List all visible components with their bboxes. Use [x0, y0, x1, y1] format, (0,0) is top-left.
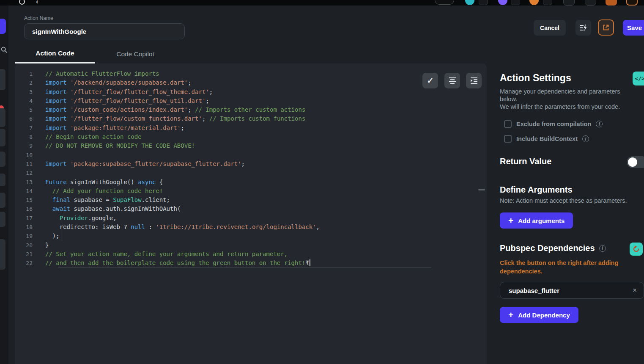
code-text: import '/flutter_flow/flutter_flow_util.…: [45, 97, 209, 105]
plus-icon: +: [508, 310, 513, 319]
code-line[interactable]: 22// and then add the boilerplate code u…: [15, 259, 487, 267]
info-icon[interactable]: i: [599, 245, 606, 252]
code-line[interactable]: 15 final supabase = SupaFlow.client;: [15, 196, 487, 204]
checkbox-exclude-compilation[interactable]: Exclude from compilation i: [504, 120, 603, 128]
format-code-button[interactable]: [575, 20, 591, 36]
apply-code-button[interactable]: ✓: [422, 73, 438, 88]
code-line[interactable]: 17 Provider.google,: [15, 214, 487, 223]
code-line[interactable]: 3import '/flutter_flow/flutter_flow_them…: [15, 88, 487, 97]
cancel-button[interactable]: Cancel: [534, 20, 566, 36]
indent-guide: [62, 187, 62, 241]
code-line[interactable]: 19 );: [15, 232, 487, 240]
sidebar-item[interactable]: [0, 129, 5, 146]
close-icon[interactable]: ×: [633, 286, 637, 295]
code-text: redirectTo: isWeb ? null : '1tribe://1tr…: [45, 223, 320, 232]
line-number: 12: [15, 168, 45, 177]
indent-code-button[interactable]: [466, 73, 482, 88]
view-code-button[interactable]: </>: [633, 72, 644, 85]
code-line[interactable]: 13Future signInWithGoogle() async {: [15, 178, 487, 187]
code-line[interactable]: 1// Automatic FlutterFlow imports: [15, 69, 487, 78]
return-value-toggle[interactable]: [627, 156, 644, 168]
editor-resize-handle[interactable]: [478, 189, 485, 190]
keyboard-button[interactable]: [563, 0, 575, 6]
code-line[interactable]: 5import '/custom_code/actions/index.dart…: [15, 105, 487, 114]
code-editor[interactable]: 1// Automatic FlutterFlow imports2import…: [15, 63, 487, 364]
line-number: 1: [15, 69, 45, 78]
sidebar-item[interactable]: [0, 69, 5, 90]
sidebar-item[interactable]: [0, 193, 5, 208]
add-arguments-label: Add arguments: [518, 217, 565, 224]
tab-code-copilot[interactable]: Code Copilot: [95, 44, 175, 63]
checkbox-box[interactable]: [504, 120, 512, 128]
chat-icon[interactable]: [511, 0, 520, 5]
bell-icon[interactable]: [543, 0, 552, 5]
line-number: 6: [15, 114, 45, 123]
code-line[interactable]: 7import 'package:flutter/material.dart';: [15, 124, 487, 132]
refresh-dependencies-button[interactable]: [630, 243, 643, 256]
return-value-label: Return Value: [500, 157, 551, 166]
code-icon: </>: [635, 75, 644, 82]
checkbox-include-buildcontext[interactable]: Include BuildContext i: [504, 135, 589, 143]
open-external-button[interactable]: [598, 19, 614, 36]
code-line[interactable]: 6import '/flutter_flow/custom_functions.…: [15, 114, 487, 123]
dependency-input[interactable]: supabase_flutter ×: [500, 282, 644, 299]
line-number: 10: [15, 151, 45, 160]
sidebar-item[interactable]: [0, 212, 5, 227]
sidebar-item[interactable]: [0, 152, 5, 167]
tab-action-code[interactable]: Action Code: [15, 44, 95, 63]
plus-icon: +: [508, 216, 513, 225]
panel-button[interactable]: [585, 0, 596, 6]
line-number: 20: [15, 241, 45, 250]
sidebar-item[interactable]: [0, 174, 5, 186]
align-code-button[interactable]: [444, 73, 460, 88]
line-number: 14: [15, 187, 45, 196]
format-icon: [579, 24, 587, 32]
topbar-dropdown[interactable]: [435, 0, 454, 5]
line-number: 7: [15, 124, 45, 132]
code-line[interactable]: 10: [15, 151, 487, 160]
code-line[interactable]: 9// DO NOT REMOVE OR MODIFY THE CODE ABO…: [15, 141, 487, 150]
settings-description-line2: We will infer the parameters from your c…: [500, 103, 628, 110]
code-line[interactable]: 8// Begin custom action code: [15, 132, 487, 141]
layers-icon[interactable]: [479, 0, 488, 5]
code-line[interactable]: 16 await supabase.auth.signInWithOAuth(: [15, 204, 487, 213]
code-line[interactable]: 2import '/backend/supabase/supabase.dart…: [15, 78, 487, 87]
back-icon[interactable]: ‹: [36, 0, 38, 6]
avatar-purple[interactable]: [498, 0, 507, 5]
sidebar-item-active[interactable]: [0, 19, 6, 34]
sidebar-item[interactable]: [0, 239, 5, 270]
code-line[interactable]: 12: [15, 168, 487, 177]
add-dependency-label: Add Dependency: [518, 312, 570, 319]
action-name-input[interactable]: signInWithGoogle: [24, 23, 185, 39]
avatar-teal[interactable]: [465, 0, 474, 5]
settings-description: Manage your dependencies and parameters …: [500, 88, 628, 110]
toggle-knob: [628, 157, 637, 167]
code-text: // Set your action name, define your arg…: [45, 250, 288, 259]
code-line[interactable]: 18 redirectTo: isWeb ? null : '1tribe://…: [15, 223, 487, 232]
code-line[interactable]: 21// Set your action name, define your a…: [15, 250, 487, 259]
code-line[interactable]: 14 // Add your function code here!: [15, 187, 487, 196]
code-line[interactable]: 11import 'package:supabase_flutter/supab…: [15, 160, 487, 168]
code-line[interactable]: 4import '/flutter_flow/flutter_flow_util…: [15, 97, 487, 105]
line-number: 4: [15, 97, 45, 105]
search-icon[interactable]: [1, 47, 8, 55]
add-dependency-button[interactable]: + Add Dependency: [500, 307, 578, 323]
code-text: Provider.google,: [45, 214, 117, 223]
checkbox-box[interactable]: [504, 135, 512, 143]
sidebar-item[interactable]: [0, 108, 5, 127]
top-app-bar: ‹: [0, 0, 644, 6]
code-text: // DO NOT REMOVE OR MODIFY THE CODE ABOV…: [45, 141, 195, 150]
avatar-orange[interactable]: [529, 0, 539, 5]
share-button[interactable]: [606, 0, 617, 6]
add-arguments-button[interactable]: + Add arguments: [500, 212, 573, 229]
action-name-label: Action Name: [24, 15, 53, 21]
code-line[interactable]: 20}: [15, 241, 487, 250]
help-ring-icon[interactable]: [19, 0, 25, 5]
code-text: // Add your function code here!: [45, 187, 163, 196]
save-button[interactable]: Save: [623, 20, 644, 36]
code-text: import '/flutter_flow/flutter_flow_theme…: [45, 88, 213, 97]
help-button[interactable]: [626, 0, 638, 6]
code-text: import '/flutter_flow/custom_functions.d…: [45, 114, 305, 123]
info-icon[interactable]: i: [582, 135, 589, 142]
info-icon[interactable]: i: [596, 121, 603, 127]
